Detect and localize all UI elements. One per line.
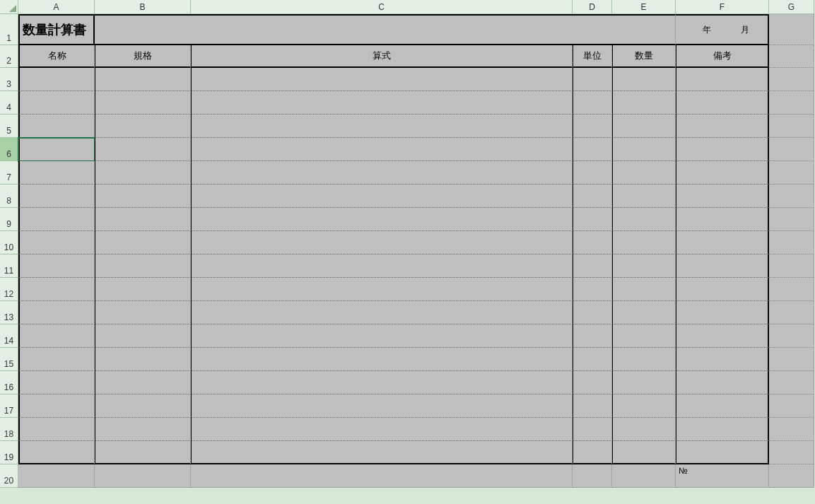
cell-G8[interactable] [769, 184, 814, 208]
cell-B8[interactable] [95, 184, 191, 208]
header-formula[interactable]: 算式 [191, 45, 573, 68]
cell-B9[interactable] [95, 208, 191, 231]
cell-G4[interactable] [769, 91, 814, 115]
cell-G19[interactable] [769, 441, 814, 464]
cell-B18[interactable] [95, 418, 191, 441]
cell-C10[interactable] [191, 231, 573, 254]
row-header-9[interactable]: 9 [0, 208, 18, 231]
cell-E9[interactable] [612, 208, 676, 231]
cell-D8[interactable] [573, 184, 612, 208]
column-header-A[interactable]: A [18, 0, 95, 14]
cell-B20[interactable] [95, 464, 191, 488]
header-unit[interactable]: 単位 [573, 45, 612, 68]
cell-A15[interactable] [18, 348, 95, 371]
cell-B5[interactable] [95, 115, 191, 138]
cell-E18[interactable] [612, 418, 676, 441]
cell-D7[interactable] [573, 161, 612, 184]
cell-C5[interactable] [191, 115, 573, 138]
cell-F5[interactable] [676, 115, 769, 138]
cell-C20[interactable] [191, 464, 573, 488]
title-blank[interactable] [95, 14, 676, 45]
column-header-B[interactable]: B [95, 0, 191, 14]
cell-C4[interactable] [191, 91, 573, 115]
cell-A17[interactable] [18, 394, 95, 418]
cell-C11[interactable] [191, 254, 573, 278]
column-header-C[interactable]: C [191, 0, 573, 14]
cell-C6[interactable] [191, 138, 573, 161]
cell-G20[interactable] [769, 464, 814, 488]
cell-D9[interactable] [573, 208, 612, 231]
cell-G18[interactable] [769, 418, 814, 441]
cell-E16[interactable] [612, 371, 676, 394]
cell-D16[interactable] [573, 371, 612, 394]
cell-G15[interactable] [769, 348, 814, 371]
header-spec[interactable]: 規格 [95, 45, 191, 68]
row-header-19[interactable]: 19 [0, 441, 18, 464]
column-header-D[interactable]: D [573, 0, 612, 14]
cell-F12[interactable] [676, 278, 769, 301]
row-header-3[interactable]: 3 [0, 68, 18, 91]
cell-G17[interactable] [769, 394, 814, 418]
cell-G14[interactable] [769, 324, 814, 348]
cell-D13[interactable] [573, 301, 612, 324]
cell-C16[interactable] [191, 371, 573, 394]
cell-D15[interactable] [573, 348, 612, 371]
cell-F14[interactable] [676, 324, 769, 348]
cell-B3[interactable] [95, 68, 191, 91]
cell-F13[interactable] [676, 301, 769, 324]
cell-B16[interactable] [95, 371, 191, 394]
cell-G11[interactable] [769, 254, 814, 278]
row-header-20[interactable]: 20 [0, 464, 18, 488]
row-header-13[interactable]: 13 [0, 301, 18, 324]
row-header-16[interactable]: 16 [0, 371, 18, 394]
cell-B10[interactable] [95, 231, 191, 254]
date-field[interactable]: 令和 年 月 日 [676, 14, 769, 45]
row-header-18[interactable]: 18 [0, 418, 18, 441]
cell-A12[interactable] [18, 278, 95, 301]
cell-D12[interactable] [573, 278, 612, 301]
cell-B15[interactable] [95, 348, 191, 371]
row-header-17[interactable]: 17 [0, 394, 18, 418]
row-header-5[interactable]: 5 [0, 115, 18, 138]
cell-A5[interactable] [18, 115, 95, 138]
cell-E13[interactable] [612, 301, 676, 324]
row-header-15[interactable]: 15 [0, 348, 18, 371]
cell-D11[interactable] [573, 254, 612, 278]
cell-A4[interactable] [18, 91, 95, 115]
cell-D6[interactable] [573, 138, 612, 161]
cell-B4[interactable] [95, 91, 191, 115]
cell-F4[interactable] [676, 91, 769, 115]
cell-F10[interactable] [676, 231, 769, 254]
column-header-E[interactable]: E [612, 0, 676, 14]
cell-A7[interactable] [18, 161, 95, 184]
cell-E20[interactable] [612, 464, 676, 488]
cell-E19[interactable] [612, 441, 676, 464]
cell-A6[interactable] [18, 138, 95, 161]
cell-G10[interactable] [769, 231, 814, 254]
cell-F16[interactable] [676, 371, 769, 394]
cell-F6[interactable] [676, 138, 769, 161]
cell-A14[interactable] [18, 324, 95, 348]
cell-E4[interactable] [612, 91, 676, 115]
cell-E11[interactable] [612, 254, 676, 278]
cell-E17[interactable] [612, 394, 676, 418]
cell-A9[interactable] [18, 208, 95, 231]
column-header-G[interactable]: G [769, 0, 814, 14]
cell-E10[interactable] [612, 231, 676, 254]
header-name[interactable]: 名称 [18, 45, 95, 68]
cell-G9[interactable] [769, 208, 814, 231]
cell-G12[interactable] [769, 278, 814, 301]
cell-E7[interactable] [612, 161, 676, 184]
cell-C18[interactable] [191, 418, 573, 441]
cell-F3[interactable] [676, 68, 769, 91]
cell-B7[interactable] [95, 161, 191, 184]
cell-G16[interactable] [769, 371, 814, 394]
cell-G6[interactable] [769, 138, 814, 161]
cell-C17[interactable] [191, 394, 573, 418]
row-header-10[interactable]: 10 [0, 231, 18, 254]
row-header-8[interactable]: 8 [0, 184, 18, 208]
cell-G1[interactable] [769, 14, 814, 45]
cell-E12[interactable] [612, 278, 676, 301]
row-header-11[interactable]: 11 [0, 254, 18, 278]
cell-B14[interactable] [95, 324, 191, 348]
